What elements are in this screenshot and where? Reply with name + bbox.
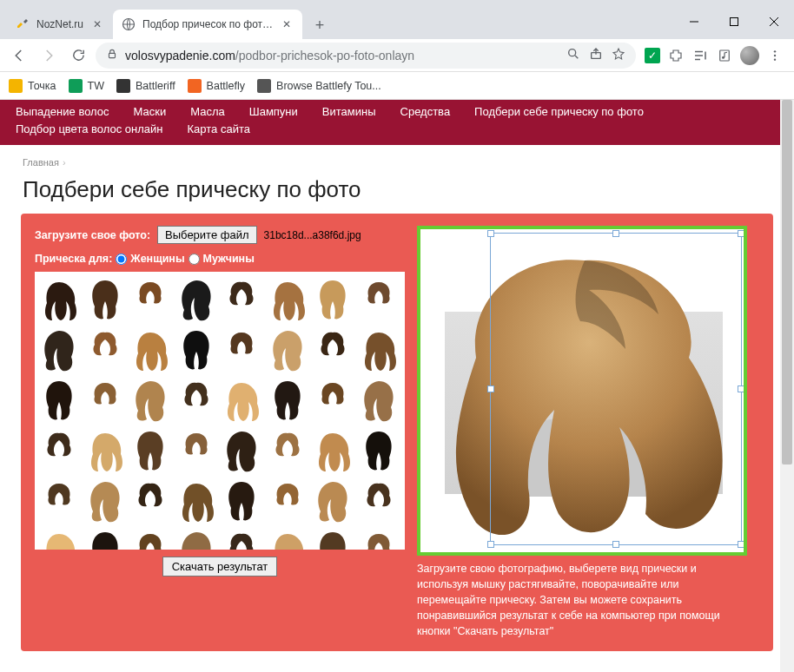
resize-handle[interactable] [738, 385, 744, 392]
hairstyle-thumb[interactable] [221, 527, 262, 550]
nav-link[interactable]: Карта сайта [188, 121, 250, 138]
new-tab-button[interactable]: + [308, 13, 332, 37]
address-bar[interactable]: volosvypadenie.com/podbor-prichesok-po-f… [96, 43, 636, 69]
maximize-button[interactable] [714, 4, 754, 39]
hairstyle-thumb[interactable] [175, 275, 217, 324]
hairstyle-thumb[interactable] [175, 326, 217, 374]
hairstyle-thumb[interactable] [221, 326, 262, 374]
hairstyle-thumb[interactable] [267, 426, 308, 475]
hairstyle-thumb[interactable] [175, 527, 217, 550]
hairstyle-thumb[interactable] [84, 275, 126, 324]
hairstyle-thumb[interactable] [267, 275, 308, 324]
adblock-icon[interactable]: ✓ [645, 48, 660, 63]
nav-link[interactable]: Подбор цвета волос онлайн [16, 121, 163, 138]
hairstyle-thumb[interactable] [84, 477, 126, 525]
hairstyle-thumb[interactable] [267, 527, 308, 550]
hairstyle-thumb[interactable] [129, 527, 171, 550]
hairstyle-thumb[interactable] [267, 326, 308, 374]
hairstyle-thumb[interactable] [358, 275, 400, 324]
hairstyle-thumb[interactable] [84, 527, 126, 550]
hairstyle-thumb[interactable] [312, 426, 354, 475]
nav-link[interactable]: Подбери себе прическу по фото [474, 103, 644, 121]
puzzle-icon[interactable] [667, 47, 685, 64]
bookmark-star-icon[interactable] [612, 47, 625, 63]
hairstyle-thumb[interactable] [312, 376, 354, 425]
close-window-button[interactable] [754, 4, 794, 39]
hairstyle-thumb[interactable] [38, 376, 80, 425]
hairstyle-thumb[interactable] [221, 426, 262, 475]
close-icon[interactable]: ✕ [90, 17, 104, 31]
resize-handle[interactable] [612, 230, 619, 237]
resize-handle[interactable] [487, 230, 494, 237]
hairstyle-thumb[interactable] [312, 527, 354, 550]
hairstyle-thumb[interactable] [267, 376, 308, 425]
hairstyle-thumb[interactable] [312, 477, 354, 525]
minimize-button[interactable] [674, 4, 714, 39]
hairstyle-thumb[interactable] [221, 376, 262, 425]
resize-handle[interactable] [612, 541, 619, 548]
hairstyle-thumb[interactable] [175, 477, 217, 525]
hairstyle-thumb[interactable] [358, 477, 400, 525]
profile-avatar[interactable] [740, 46, 759, 65]
hairstyle-thumb[interactable] [221, 477, 262, 525]
scrollbar-thumb[interactable] [782, 100, 792, 464]
browser-tab-active[interactable]: Подбор причесок по фото онла ✕ [113, 10, 302, 39]
resize-handle[interactable] [487, 541, 494, 548]
music-icon[interactable] [716, 47, 733, 64]
nav-link[interactable]: Шампуни [249, 103, 298, 121]
hairstyle-thumb[interactable] [38, 527, 80, 550]
hairstyle-thumb[interactable] [84, 426, 126, 475]
bookmark-item[interactable]: Точка [9, 79, 56, 93]
close-icon[interactable]: ✕ [280, 17, 294, 31]
hairstyle-thumb[interactable] [38, 326, 80, 374]
share-icon[interactable] [589, 47, 603, 63]
resize-handle[interactable] [738, 230, 744, 237]
hairstyle-thumb[interactable] [38, 477, 80, 525]
preview-canvas[interactable] [420, 229, 744, 552]
hairstyle-thumb[interactable] [358, 426, 400, 475]
hairstyle-thumb[interactable] [358, 376, 400, 425]
resize-handle[interactable] [487, 385, 494, 392]
forward-button[interactable] [36, 43, 61, 68]
nav-link[interactable]: Выпадение волос [16, 103, 109, 121]
hairstyle-thumb[interactable] [129, 477, 171, 525]
hairstyle-thumb[interactable] [267, 477, 308, 525]
breadcrumb-home[interactable]: Главная [23, 157, 59, 168]
choose-file-button[interactable]: Выберите файл [157, 226, 256, 244]
hairstyle-thumb[interactable] [358, 527, 400, 550]
hairstyle-grid[interactable] [35, 272, 405, 550]
menu-icon[interactable] [766, 47, 784, 64]
nav-link[interactable]: Маски [134, 103, 167, 121]
hairstyle-thumb[interactable] [312, 275, 354, 324]
hairstyle-thumb[interactable] [38, 426, 80, 475]
download-button[interactable]: Скачать результат [162, 557, 278, 576]
hairstyle-thumb[interactable] [38, 275, 80, 324]
gender-radio-men[interactable] [189, 254, 200, 265]
hairstyle-thumb[interactable] [84, 376, 126, 425]
hairstyle-thumb[interactable] [175, 426, 217, 475]
bookmark-item[interactable]: Browse Battlefy Tou... [257, 79, 381, 93]
bookmark-item[interactable]: Battlefly [188, 79, 245, 93]
hairstyle-thumb[interactable] [129, 326, 171, 374]
hairstyle-thumb[interactable] [129, 275, 171, 324]
hairstyle-thumb[interactable] [221, 275, 262, 324]
selection-box[interactable] [490, 233, 742, 545]
hairstyle-thumb[interactable] [129, 376, 171, 425]
search-icon[interactable] [566, 47, 580, 63]
hairstyle-thumb[interactable] [312, 326, 354, 374]
nav-link[interactable]: Средства [400, 103, 451, 121]
hairstyle-thumb[interactable] [129, 426, 171, 475]
reading-list-icon[interactable] [691, 47, 709, 64]
resize-handle[interactable] [738, 541, 744, 548]
bookmark-item[interactable]: TW [69, 79, 104, 93]
reload-button[interactable] [66, 43, 90, 68]
gender-radio-women[interactable] [116, 254, 127, 265]
bookmark-item[interactable]: Battleriff [116, 79, 175, 93]
hairstyle-thumb[interactable] [84, 326, 126, 374]
nav-link[interactable]: Витамины [322, 103, 376, 121]
hairstyle-thumb[interactable] [358, 326, 400, 374]
page-scrollbar[interactable] [780, 100, 794, 672]
hairstyle-thumb[interactable] [175, 376, 217, 425]
browser-tab-noznet[interactable]: NozNet.ru ✕ [7, 10, 113, 39]
back-button[interactable] [7, 43, 31, 68]
